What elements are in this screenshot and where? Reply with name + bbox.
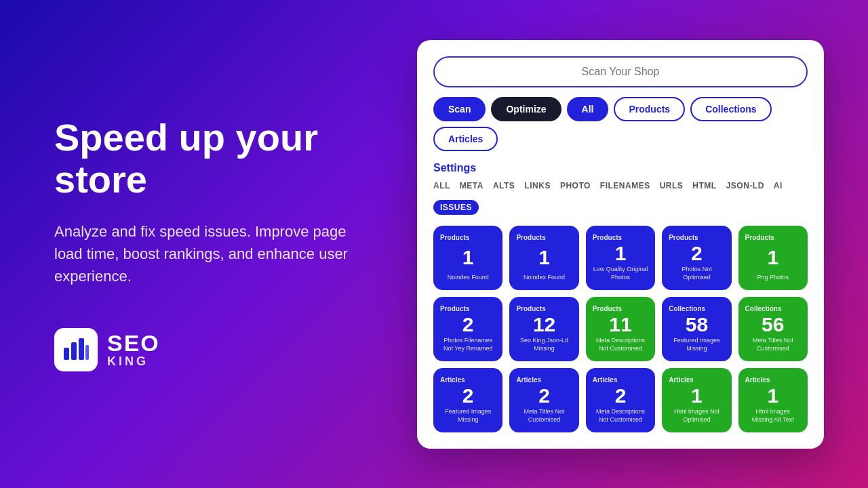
optimize-tab[interactable]: Optimize xyxy=(491,97,561,121)
stat-card[interactable]: Articles 2 Meta Titles Not Customised xyxy=(509,368,578,432)
card-label: Featured Images Missing xyxy=(440,408,496,424)
card-number: 56 xyxy=(762,314,784,335)
stat-card[interactable]: Products 1 Noindex Found xyxy=(433,226,502,290)
card-label: Meta Titles Not Customised xyxy=(745,337,801,352)
card-number: 2 xyxy=(462,386,474,406)
filter-all[interactable]: ALL xyxy=(433,181,450,190)
card-label: Html Images Not Optimised xyxy=(669,408,724,424)
filter-issues[interactable]: ISSUES xyxy=(433,200,479,215)
card-category: Products xyxy=(593,305,622,312)
card-label: Html Images Missing Alt Text xyxy=(745,408,801,424)
all-tab[interactable]: All xyxy=(567,97,609,121)
tab-row: Scan Optimize All Products Collections A… xyxy=(433,97,808,151)
seo-king-logo-icon xyxy=(62,336,90,364)
card-category: Products xyxy=(440,305,469,312)
card-category: Articles xyxy=(516,376,541,384)
card-category: Collections xyxy=(669,305,705,312)
card-number: 1 xyxy=(691,386,703,406)
filter-filenames[interactable]: FILENAMES xyxy=(600,181,650,190)
stat-card[interactable]: Products 2 Photos Filenames Not Yey Rena… xyxy=(433,297,502,361)
filter-row: ALL META ALTS LINKS PHOTO FILENAMES URLS… xyxy=(433,181,808,215)
card-number: 1 xyxy=(767,386,778,406)
card-label: Meta Titles Not Customised xyxy=(516,408,572,424)
card-label: Noindex Found xyxy=(448,274,489,282)
logo-area: SEO KING xyxy=(54,328,353,371)
logo-king-label: KING xyxy=(107,354,160,369)
card-label: Meta Descriptions Not Customised xyxy=(593,408,648,424)
stat-card[interactable]: Articles 1 Html Images Missing Alt Text xyxy=(738,368,808,432)
right-panel: Scan Optimize All Products Collections A… xyxy=(393,26,868,462)
stat-card[interactable]: Products 2 Photos Not Optimised xyxy=(662,226,731,290)
collections-tab[interactable]: Collections xyxy=(690,97,771,121)
headline: Speed up your store xyxy=(54,117,353,200)
card-label: Noindex Found xyxy=(524,274,565,282)
card-label: Photos Filenames Not Yey Renamed xyxy=(440,337,496,352)
svg-rect-3 xyxy=(85,345,89,360)
card-number: 2 xyxy=(538,386,550,406)
card-category: Products xyxy=(516,305,545,312)
cards-grid: Products 1 Noindex Found Products 1 Noin… xyxy=(433,226,808,432)
stat-card[interactable]: Collections 56 Meta Titles Not Customise… xyxy=(738,297,808,361)
card-label: Low Quality Original Photos xyxy=(593,266,648,281)
card-category: Products xyxy=(440,234,469,241)
card-number: 11 xyxy=(609,314,631,335)
card-category: Products xyxy=(669,234,698,241)
card-number: 1 xyxy=(767,247,778,268)
svg-rect-1 xyxy=(71,342,77,360)
card-number: 1 xyxy=(538,247,550,268)
stat-card[interactable]: Products 12 Seo King Json-Ld Missing xyxy=(509,297,578,361)
logo-seo-label: SEO xyxy=(107,331,160,354)
card-label: Meta Descriptions Not Customised xyxy=(593,337,648,352)
subtext: Analyze and fix speed issues. Improve pa… xyxy=(54,220,353,287)
stat-card[interactable]: Products 1 Noindex Found xyxy=(509,226,578,290)
card-number: 2 xyxy=(615,386,627,406)
svg-rect-0 xyxy=(64,348,69,360)
svg-rect-2 xyxy=(79,338,84,360)
stat-card[interactable]: Articles 2 Featured Images Missing xyxy=(433,368,502,432)
filter-urls[interactable]: URLS xyxy=(660,181,684,190)
stat-card[interactable]: Articles 2 Meta Descriptions Not Customi… xyxy=(586,368,655,432)
left-panel: Speed up your store Analyze and fix spee… xyxy=(0,76,393,412)
logo-icon xyxy=(54,328,98,371)
stat-card[interactable]: Collections 58 Featured Images Missing xyxy=(662,297,731,361)
card-label: Featured Images Missing xyxy=(669,337,724,352)
filter-links[interactable]: LINKS xyxy=(524,181,551,190)
card-category: Products xyxy=(593,234,622,241)
card-category: Products xyxy=(516,234,545,241)
stat-card[interactable]: Products 1 Low Quality Original Photos xyxy=(586,226,655,290)
card-category: Articles xyxy=(669,376,694,384)
card-category: Articles xyxy=(745,376,770,384)
filter-photo[interactable]: PHOTO xyxy=(560,181,591,190)
card-category: Products xyxy=(745,234,774,241)
logo-text: SEO KING xyxy=(107,331,160,369)
card-label: Seo King Json-Ld Missing xyxy=(516,337,572,352)
card-number: 12 xyxy=(533,314,555,335)
card-number: 2 xyxy=(462,314,474,335)
filter-alts[interactable]: ALTS xyxy=(493,181,515,190)
settings-label: Settings xyxy=(433,162,808,174)
card-number: 1 xyxy=(462,247,474,268)
card-category: Articles xyxy=(440,376,465,384)
card-category: Articles xyxy=(593,376,618,384)
stat-card[interactable]: Products 11 Meta Descriptions Not Custom… xyxy=(586,297,655,361)
card-label: Photos Not Optimised xyxy=(669,266,724,281)
card-number: 58 xyxy=(686,314,708,335)
stat-card[interactable]: Articles 1 Html Images Not Optimised xyxy=(662,368,731,432)
card-category: Collections xyxy=(745,305,782,312)
stat-card[interactable]: Products 1 Png Photos xyxy=(738,226,808,290)
filter-json-ld[interactable]: JSON-LD xyxy=(726,181,764,190)
card-label: Png Photos xyxy=(757,274,789,282)
filter-meta[interactable]: META xyxy=(460,181,484,190)
card-number: 1 xyxy=(615,243,627,264)
app-card: Scan Optimize All Products Collections A… xyxy=(417,40,824,449)
scan-tab[interactable]: Scan xyxy=(433,97,486,121)
products-tab[interactable]: Products xyxy=(614,97,685,121)
scan-input[interactable] xyxy=(433,56,808,87)
card-number: 2 xyxy=(691,243,703,264)
articles-tab[interactable]: Articles xyxy=(433,127,498,151)
filter-ai[interactable]: AI xyxy=(774,181,783,190)
filter-html[interactable]: HTML xyxy=(692,181,716,190)
